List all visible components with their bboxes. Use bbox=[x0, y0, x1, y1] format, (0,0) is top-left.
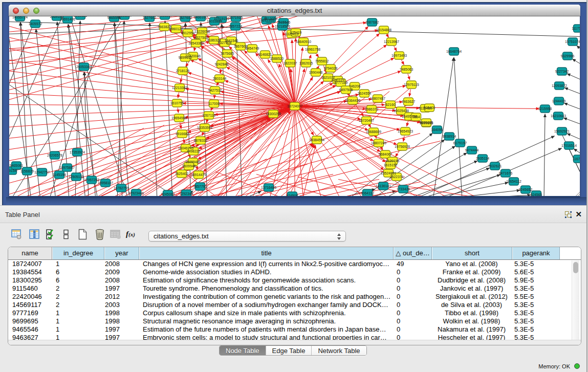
svg-text:13226058: 13226058 bbox=[194, 30, 210, 33]
svg-text:164095: 164095 bbox=[431, 128, 443, 132]
svg-text:1588520: 1588520 bbox=[270, 57, 284, 60]
svg-text:15751074: 15751074 bbox=[565, 40, 580, 43]
svg-text:1609948: 1609948 bbox=[182, 164, 196, 168]
svg-text:1527602: 1527602 bbox=[179, 16, 192, 19]
svg-text:1145194: 1145194 bbox=[53, 173, 66, 177]
svg-text:18640910: 18640910 bbox=[296, 40, 311, 43]
svg-text:10654112: 10654112 bbox=[506, 180, 521, 183]
svg-text:18300295: 18300295 bbox=[266, 112, 281, 116]
svg-text:16914479: 16914479 bbox=[191, 173, 206, 177]
svg-text:924508: 924508 bbox=[287, 194, 298, 197]
svg-text:9146821: 9146821 bbox=[258, 53, 272, 56]
svg-text:16099489: 16099489 bbox=[185, 160, 201, 164]
svg-text:9699695: 9699695 bbox=[420, 121, 433, 124]
svg-text:16782759: 16782759 bbox=[114, 186, 129, 190]
svg-text:1822037: 1822037 bbox=[284, 61, 297, 65]
svg-text:746206: 746206 bbox=[349, 84, 361, 88]
svg-text:10688609: 10688609 bbox=[366, 130, 381, 134]
svg-text:3875685: 3875685 bbox=[221, 52, 234, 55]
svg-text:9327503: 9327503 bbox=[194, 36, 208, 39]
svg-text:9245083: 9245083 bbox=[161, 192, 175, 196]
svg-text:16961758: 16961758 bbox=[305, 48, 320, 51]
svg-text:19654985: 19654985 bbox=[171, 116, 187, 120]
svg-text:6497508: 6497508 bbox=[339, 88, 353, 92]
svg-text:12505135: 12505135 bbox=[69, 175, 84, 179]
svg-text:9329966: 9329966 bbox=[561, 54, 575, 58]
svg-text:1990448: 1990448 bbox=[309, 71, 323, 74]
svg-text:14136141: 14136141 bbox=[376, 184, 391, 188]
svg-text:13353594: 13353594 bbox=[197, 126, 212, 129]
svg-text:1244419: 1244419 bbox=[552, 99, 566, 103]
svg-text:20691406: 20691406 bbox=[60, 17, 75, 21]
svg-text:7632621: 7632621 bbox=[488, 164, 502, 168]
svg-text:6466160: 6466160 bbox=[194, 16, 208, 19]
svg-text:12093872: 12093872 bbox=[552, 84, 567, 87]
svg-text:62160: 62160 bbox=[386, 103, 396, 106]
svg-text:13716485: 13716485 bbox=[261, 186, 276, 189]
svg-text:1117534: 1117534 bbox=[572, 27, 580, 30]
svg-text:1071915: 1071915 bbox=[229, 16, 243, 19]
svg-text:15692921: 15692921 bbox=[554, 129, 570, 133]
svg-text:3215958: 3215958 bbox=[538, 107, 552, 111]
svg-text:1065326: 1065326 bbox=[74, 16, 88, 17]
svg-text:2087682: 2087682 bbox=[365, 20, 379, 24]
svg-text:9554: 9554 bbox=[412, 115, 420, 119]
svg-text:3960124: 3960124 bbox=[169, 27, 183, 31]
svg-text:17016514: 17016514 bbox=[561, 144, 577, 147]
svg-text:10653267: 10653267 bbox=[117, 16, 132, 17]
svg-text:26053346: 26053346 bbox=[76, 65, 92, 69]
svg-text:1156829: 1156829 bbox=[20, 169, 34, 173]
svg-text:1610755: 1610755 bbox=[170, 101, 184, 105]
svg-text:16543362: 16543362 bbox=[188, 41, 204, 45]
svg-text:16033809: 16033809 bbox=[207, 19, 222, 23]
svg-text:7463627: 7463627 bbox=[402, 100, 416, 103]
svg-text:19218506: 19218506 bbox=[275, 25, 290, 28]
svg-text:1733426: 1733426 bbox=[397, 187, 410, 191]
svg-text:924565: 924565 bbox=[531, 193, 542, 196]
svg-text:1841546: 1841546 bbox=[225, 39, 238, 42]
svg-text:9242848: 9242848 bbox=[215, 62, 229, 66]
svg-text:39154: 39154 bbox=[9, 169, 17, 172]
svg-text:2803144: 2803144 bbox=[213, 77, 227, 80]
svg-text:7986372: 7986372 bbox=[365, 107, 379, 111]
svg-text:20206578: 20206578 bbox=[47, 154, 62, 157]
svg-text:15720407: 15720407 bbox=[359, 119, 374, 122]
svg-text:12213967: 12213967 bbox=[384, 40, 399, 43]
svg-text:6179197: 6179197 bbox=[453, 141, 467, 145]
svg-text:17957253: 17957253 bbox=[84, 178, 99, 182]
svg-text:16648764: 16648764 bbox=[446, 50, 462, 53]
svg-text:9427512: 9427512 bbox=[208, 89, 222, 92]
svg-text:3624554: 3624554 bbox=[358, 92, 372, 95]
svg-text:7625402: 7625402 bbox=[175, 172, 189, 176]
svg-text:117006: 117006 bbox=[208, 102, 220, 105]
svg-text:8878332: 8878332 bbox=[194, 139, 208, 142]
svg-text:9474444: 9474444 bbox=[465, 148, 479, 152]
svg-text:12923446: 12923446 bbox=[128, 191, 144, 195]
svg-text:8471676: 8471676 bbox=[499, 171, 513, 175]
svg-text:14055724: 14055724 bbox=[12, 16, 28, 19]
svg-text:12213382: 12213382 bbox=[172, 86, 187, 90]
svg-text:7857224: 7857224 bbox=[229, 25, 243, 28]
svg-text:7955812: 7955812 bbox=[315, 59, 329, 63]
svg-text:1292344: 1292344 bbox=[180, 192, 193, 195]
svg-text:9684067: 9684067 bbox=[379, 152, 393, 156]
svg-text:10807487: 10807487 bbox=[370, 97, 385, 100]
svg-text:12975115: 12975115 bbox=[404, 83, 419, 86]
svg-text:9245652: 9245652 bbox=[519, 188, 533, 191]
svg-text:18724007: 18724007 bbox=[287, 104, 302, 108]
svg-text:10653267: 10653267 bbox=[157, 16, 172, 17]
svg-text:8813054: 8813054 bbox=[264, 17, 278, 20]
svg-text:8912954: 8912954 bbox=[181, 31, 195, 35]
svg-text:13524851: 13524851 bbox=[381, 171, 396, 175]
svg-text:10025438: 10025438 bbox=[394, 109, 409, 113]
svg-text:12942757: 12942757 bbox=[34, 170, 50, 174]
svg-text:8454749: 8454749 bbox=[246, 47, 259, 50]
svg-text:9857791: 9857791 bbox=[193, 185, 207, 188]
svg-text:1405572: 1405572 bbox=[29, 22, 42, 26]
svg-text:2522374: 2522374 bbox=[390, 175, 404, 179]
svg-text:125419: 125419 bbox=[290, 31, 302, 34]
svg-text:19384554: 19384554 bbox=[309, 138, 324, 142]
svg-text:2935114: 2935114 bbox=[476, 157, 489, 160]
svg-text:9227342: 9227342 bbox=[555, 70, 569, 73]
svg-text:2718126: 2718126 bbox=[176, 69, 190, 73]
